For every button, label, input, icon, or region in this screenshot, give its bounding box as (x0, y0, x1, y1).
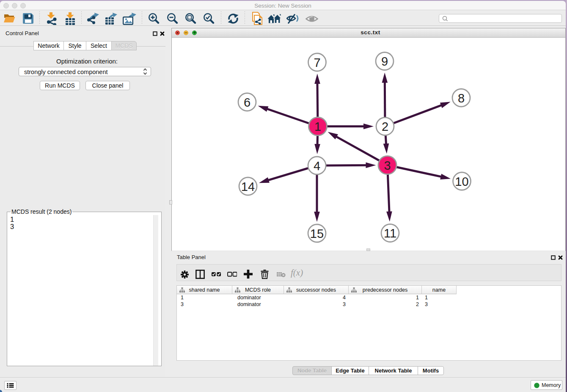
svg-text:11: 11 (384, 226, 396, 240)
svg-text:10: 10 (455, 175, 468, 188)
svg-text:7: 7 (314, 56, 320, 69)
svg-text:15: 15 (310, 227, 324, 240)
svg-text:4: 4 (314, 159, 320, 173)
svg-text:8: 8 (458, 91, 465, 105)
svg-text:3: 3 (384, 159, 391, 172)
svg-text:6: 6 (244, 96, 250, 109)
svg-text:9: 9 (381, 55, 388, 68)
svg-text:1: 1 (314, 120, 321, 133)
svg-text:14: 14 (241, 180, 255, 193)
svg-text:2: 2 (382, 120, 388, 133)
